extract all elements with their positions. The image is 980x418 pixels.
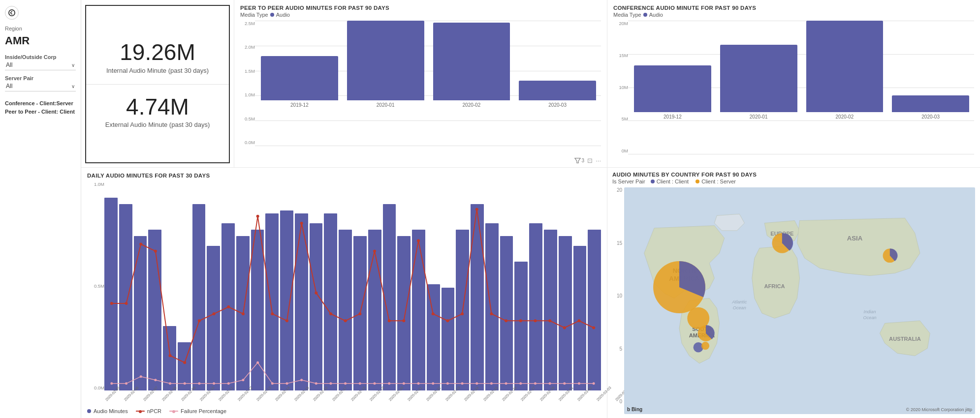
bar-group: 2020-02 (433, 23, 510, 108)
bar-label: 2019-12 (664, 114, 682, 119)
daily-bar (324, 213, 337, 390)
filter1-select[interactable]: All ∨ (5, 60, 76, 70)
map-legend-label: Is Server Pair (612, 179, 645, 184)
svg-text:Indian: Indian (864, 309, 876, 314)
svg-text:ASIA: ASIA (847, 235, 863, 242)
daily-bar (442, 288, 455, 390)
map-title: AUDIO MINUTES BY COUNTRY FOR PAST 90 DAY… (612, 172, 975, 178)
daily-bar (588, 230, 601, 390)
svg-text:Ocean: Ocean (863, 315, 877, 320)
daily-y-axis: 0.0M0.5M1.0M (87, 181, 104, 390)
bar-group: 2020-01 (720, 45, 797, 119)
bar-label: 2020-03 (548, 102, 567, 108)
filter1-value: All (6, 61, 12, 68)
expand-icon[interactable]: ⊡ (587, 157, 593, 164)
daily-bar (119, 204, 132, 390)
conf-bars: 2019-122020-012020-022020-03 (629, 21, 974, 119)
peer-bar-chart: 0.0M0.5M1.0M1.5M2.0M2.5M 2019-122020-012… (240, 21, 601, 164)
daily-bar (383, 204, 396, 390)
cs-dot (695, 179, 699, 183)
conf-media-type-label: Media Type (613, 12, 641, 18)
daily-bar (412, 230, 425, 390)
bar-group: 2020-01 (347, 21, 424, 108)
daily-bar (295, 213, 308, 390)
bar-group: 2019-12 (261, 56, 338, 108)
peer-legend-label: Audio (276, 12, 290, 18)
conf-chart-subtitle: Media Type Audio (613, 12, 974, 18)
daily-bar (529, 223, 542, 390)
y-label: 15 (612, 240, 622, 246)
map-y-axis: 05101520 (612, 187, 622, 414)
bar-rect (720, 45, 797, 112)
peer-toolbar: 3 ⊡ ··· (240, 157, 601, 164)
legend-failure: Failure Percentage (169, 408, 226, 414)
conf-chart-panel: CONFERENCE AUDIO MINUTE FOR PAST 90 DAYS… (607, 0, 980, 167)
bar-label: 2020-02 (463, 102, 481, 108)
y-label: 0.0M (87, 385, 104, 390)
svg-text:Ocean: Ocean (733, 305, 746, 310)
filter-icon[interactable]: 3 (574, 157, 585, 164)
daily-chart-title: DAILY AUDIO MINUTES FOR PAST 30 DAYS (87, 173, 601, 179)
bar-group: 2020-03 (519, 81, 596, 108)
daily-x-labels: 2020-02-052020-02-062020-02-072020-02-08… (104, 399, 601, 403)
peer-bars: 2019-122020-012020-022020-03 (256, 21, 601, 108)
bar-group: 2019-12 (634, 65, 711, 119)
sidebar: Region AMR Inside/Outside Corp All ∨ Ser… (0, 0, 81, 418)
peer-chart-title: PEER TO PEER AUDIO MINUTES FOR PAST 90 D… (240, 5, 601, 11)
daily-bar (339, 230, 352, 390)
cc-label: Client : Client (657, 179, 689, 184)
filter2-select[interactable]: All ∨ (5, 81, 76, 91)
external-audio-value: 4.74M (126, 94, 189, 119)
bar-rect (261, 56, 338, 100)
daily-bar (192, 204, 206, 390)
peer-chart-panel: PEER TO PEER AUDIO MINUTES FOR PAST 90 D… (234, 0, 607, 167)
internal-audio-label: Internal Audio Minute (past 30 days) (106, 67, 209, 74)
cc-dot (651, 179, 655, 183)
daily-bar (163, 326, 176, 390)
daily-bar (353, 236, 367, 390)
bar-label: 2020-02 (836, 114, 854, 119)
svg-point-0 (9, 10, 15, 16)
daily-bar (104, 198, 118, 390)
daily-bar (500, 236, 513, 390)
daily-bar (251, 230, 264, 390)
daily-bar (485, 223, 499, 390)
daily-bar (544, 230, 557, 390)
filter2-value: All (6, 83, 12, 90)
region-label: Region (5, 26, 76, 31)
region-value: AMR (5, 34, 76, 47)
y-label: 0 (612, 399, 622, 404)
daily-bar (427, 284, 440, 390)
back-button[interactable] (5, 6, 19, 20)
audio-dot (87, 409, 91, 413)
daily-bar (573, 246, 587, 390)
grid-line (255, 146, 601, 146)
daily-bar (265, 213, 279, 390)
audio-label: Audio Minutes (94, 408, 128, 414)
bar-rect (433, 23, 510, 100)
bar-group: 2020-02 (806, 21, 884, 119)
npcr-line (136, 411, 145, 412)
daily-bar (207, 246, 220, 390)
sidebar-note: Conference - Client:Server Peer to Peer … (5, 99, 76, 116)
daily-bar (178, 342, 191, 390)
conf-bar-chart: 0M5M10M15M20M 2019-122020-012020-022020-… (613, 21, 974, 164)
internal-audio-value: 19.26M (120, 40, 195, 65)
bing-logo: b Bing (627, 407, 642, 412)
daily-bar (280, 210, 293, 390)
npcr-label: nPCR (147, 408, 161, 414)
daily-bar (471, 204, 484, 390)
bar-label: 2019-12 (290, 102, 309, 108)
map-copyright: © 2020 Microsoft Corporation jittp (906, 407, 972, 412)
bar-rect (347, 21, 424, 100)
combined-chart: 0.0M0.5M1.0M 2020-02-052020-02-062020-02… (87, 181, 601, 405)
more-icon[interactable]: ··· (596, 157, 601, 164)
bar-rect (634, 65, 711, 112)
peer-chart-subtitle: Media Type Audio (240, 12, 601, 18)
daily-bar (514, 262, 528, 390)
bar-label: 2020-01 (377, 102, 395, 108)
conf-chart-title: CONFERENCE AUDIO MINUTE FOR PAST 90 DAYS (613, 5, 974, 11)
bar-rect (892, 95, 969, 112)
bar-label: 2020-03 (921, 114, 940, 119)
filter-server-pair: Server Pair All ∨ (5, 75, 76, 91)
